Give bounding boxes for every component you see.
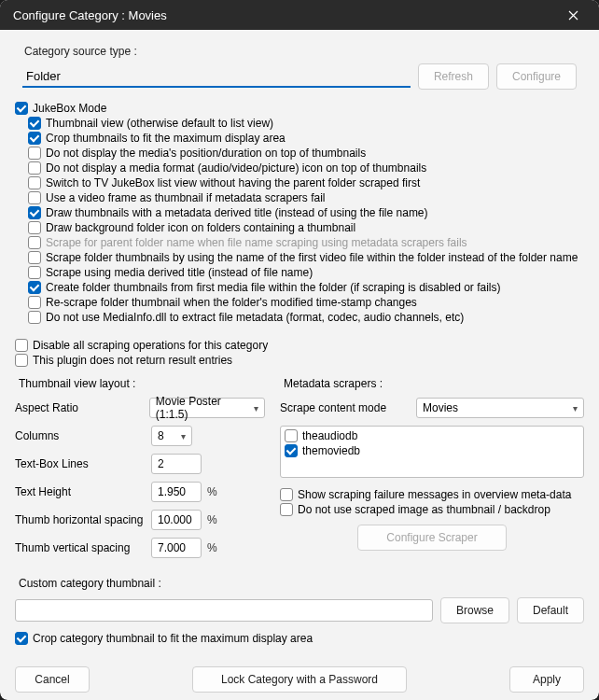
- option-row: Do not use MediaInfo.dll to extract file…: [15, 310, 584, 325]
- option-checkbox[interactable]: [28, 251, 41, 264]
- main-options-list: JukeBox ModeThumbnail view (otherwise de…: [15, 101, 584, 325]
- option-checkbox[interactable]: [28, 281, 41, 294]
- option-checkbox[interactable]: [28, 191, 41, 204]
- hspacing-input[interactable]: 10.000: [151, 510, 202, 530]
- option-row: Create folder thumbnails from first medi…: [15, 280, 584, 295]
- source-type-input[interactable]: [22, 65, 411, 88]
- option-checkbox[interactable]: [28, 296, 41, 309]
- titlebar: Configure Category : Movies: [0, 0, 599, 30]
- option-label: Do not use MediaInfo.dll to extract file…: [46, 310, 464, 325]
- custom-thumb-path-input[interactable]: [15, 599, 433, 622]
- option-label: Scrape folder thumbnails by using the na…: [46, 250, 578, 265]
- option-row: Do not display a media format (audio/vid…: [15, 161, 584, 175]
- configure-button[interactable]: Configure: [496, 63, 577, 90]
- option-row: Disable all scraping operations for this…: [15, 338, 584, 353]
- aspect-ratio-select[interactable]: Movie Poster (1:1.5) ▾: [149, 398, 265, 418]
- percent-label: %: [207, 541, 217, 554]
- crop-custom-checkbox[interactable]: [15, 632, 28, 645]
- option-row: Crop thumbnails to fit the maximum displ…: [15, 131, 584, 146]
- source-type-label: Category source type :: [24, 45, 584, 58]
- thumb-layout-label: Thumbnail view layout :: [19, 377, 265, 390]
- option-row: Use a video frame as thumbnail if metada…: [15, 190, 584, 205]
- option-checkbox[interactable]: [28, 132, 41, 145]
- vspacing-value: 7.000: [158, 541, 186, 554]
- text-height-value: 1.950: [158, 485, 186, 498]
- browse-button[interactable]: Browse: [440, 597, 509, 623]
- columns-select[interactable]: 8 ▾: [151, 426, 192, 446]
- chevron-down-icon: ▾: [181, 431, 186, 441]
- scraper-list[interactable]: theaudiodbthemoviedb: [280, 426, 584, 478]
- close-button[interactable]: [556, 0, 590, 30]
- option-checkbox: [28, 236, 41, 249]
- option-row: Scrape using media derived title (instea…: [15, 265, 584, 280]
- default-button[interactable]: Default: [517, 597, 584, 623]
- option-label: Switch to TV JukeBox list view without h…: [46, 175, 420, 190]
- option-checkbox[interactable]: [28, 176, 41, 189]
- aspect-ratio-value: Movie Poster (1:1.5): [156, 395, 248, 421]
- option-checkbox[interactable]: [28, 266, 41, 279]
- vspacing-input[interactable]: 7.000: [151, 538, 202, 558]
- option-label: Use a video frame as thumbnail if metada…: [46, 190, 325, 205]
- no-backdrop-label: Do not use scraped image as thumbnail / …: [298, 502, 550, 517]
- scrapers-label: Metadata scrapers :: [284, 377, 584, 390]
- scraper-label: themoviedb: [302, 443, 360, 458]
- aspect-ratio-label: Aspect Ratio: [15, 401, 144, 414]
- secondary-options-list: Disable all scraping operations for this…: [15, 338, 584, 368]
- option-checkbox[interactable]: [28, 221, 41, 234]
- scraper-checkbox[interactable]: [285, 429, 298, 442]
- columns-label: Columns: [15, 429, 146, 442]
- scraper-item[interactable]: theaudiodb: [285, 428, 579, 443]
- option-row: Do not display the media's position/dura…: [15, 146, 584, 161]
- textbox-lines-label: Text-Box Lines: [15, 457, 146, 470]
- scraper-label: theaudiodb: [302, 428, 357, 443]
- textbox-lines-input[interactable]: 2: [151, 454, 202, 474]
- chevron-down-icon: ▾: [573, 403, 578, 413]
- scrape-mode-select[interactable]: Movies ▾: [416, 398, 584, 418]
- refresh-button[interactable]: Refresh: [418, 63, 489, 90]
- no-backdrop-checkbox[interactable]: [280, 503, 293, 516]
- percent-label: %: [207, 513, 217, 526]
- custom-thumbnail-group: Custom category thumbnail : Browse Defau…: [15, 577, 584, 646]
- scrape-mode-label: Scrape content mode: [280, 401, 411, 414]
- option-label: Create folder thumbnails from first medi…: [46, 280, 501, 295]
- custom-thumb-label: Custom category thumbnail :: [19, 577, 584, 590]
- option-checkbox[interactable]: [28, 311, 41, 324]
- scraper-item[interactable]: themoviedb: [285, 443, 579, 458]
- option-label: Scrape using media derived title (instea…: [46, 265, 313, 280]
- option-label: Do not display a media format (audio/vid…: [46, 161, 426, 175]
- option-checkbox[interactable]: [28, 147, 41, 160]
- scrape-mode-value: Movies: [423, 401, 458, 414]
- text-height-input[interactable]: 1.950: [151, 482, 202, 502]
- option-row: Draw thumbnails with a metadata derived …: [15, 205, 584, 220]
- text-height-label: Text Height: [15, 485, 146, 498]
- option-row: Re-scrape folder thumbnail when the fold…: [15, 295, 584, 310]
- show-failure-checkbox[interactable]: [280, 488, 293, 501]
- option-row: This plugin does not return result entri…: [15, 353, 584, 368]
- option-label: JukeBox Mode: [33, 101, 106, 116]
- hspacing-label: Thumb horizontal spacing: [15, 513, 146, 526]
- option-checkbox[interactable]: [15, 102, 28, 115]
- close-icon: [568, 10, 578, 21]
- option-checkbox[interactable]: [28, 161, 41, 175]
- option-row: Switch to TV JukeBox list view without h…: [15, 175, 584, 190]
- option-label: Thumbnail view (otherwise default to lis…: [46, 116, 273, 131]
- option-checkbox[interactable]: [15, 354, 28, 367]
- option-checkbox[interactable]: [28, 117, 41, 130]
- option-label: Draw background folder icon on folders c…: [46, 220, 355, 235]
- chevron-down-icon: ▾: [254, 403, 258, 413]
- apply-button[interactable]: Apply: [509, 666, 584, 693]
- cancel-button[interactable]: Cancel: [15, 666, 90, 693]
- configure-scraper-button[interactable]: Configure Scraper: [357, 525, 507, 551]
- crop-custom-label: Crop category thumbnail to fit the maxim…: [33, 631, 313, 646]
- lock-category-button[interactable]: Lock Category with a Password: [192, 666, 407, 693]
- show-failure-label: Show scraping failure messages in overvi…: [298, 487, 571, 502]
- hspacing-value: 10.000: [158, 513, 192, 526]
- window-title: Configure Category : Movies: [13, 8, 556, 22]
- option-row: Thumbnail view (otherwise default to lis…: [15, 116, 584, 131]
- option-checkbox[interactable]: [15, 339, 28, 352]
- option-checkbox[interactable]: [28, 206, 41, 219]
- option-row: Scrape folder thumbnails by using the na…: [15, 250, 584, 265]
- option-label: Re-scrape folder thumbnail when the fold…: [46, 295, 417, 310]
- vspacing-label: Thumb vertical spacing: [15, 541, 146, 554]
- scraper-checkbox[interactable]: [285, 444, 298, 457]
